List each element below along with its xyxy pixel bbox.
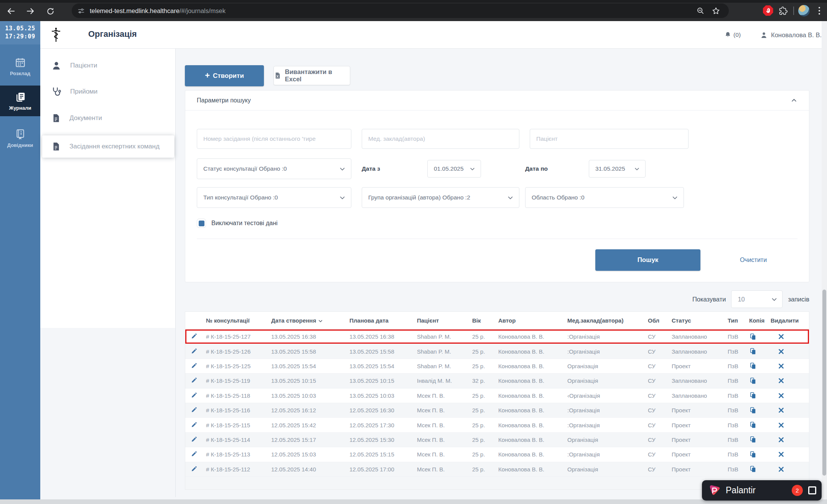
delete-x-icon[interactable] <box>778 407 784 413</box>
user-menu[interactable]: Коновалова В. В. <box>760 31 822 39</box>
session-number-input[interactable] <box>197 129 351 149</box>
delete-x-icon[interactable] <box>778 466 784 472</box>
delete-x-icon[interactable] <box>778 422 784 428</box>
edit-pencil-icon[interactable] <box>191 436 198 443</box>
cell-med-facility: Організація <box>565 436 646 443</box>
date-to-select[interactable]: 31.05.2025 <box>589 160 646 178</box>
table-row[interactable]: # К-18-15-25-125 13.05.2025 15:54 13.05.… <box>185 359 809 374</box>
url-bar[interactable]: telemed-test.medlink.healthcare/#/journa… <box>72 3 729 18</box>
table-row[interactable]: # К-18-15-25-119 13.05.2025 10:15 13.05.… <box>185 374 809 388</box>
create-button-label: Створити <box>213 72 244 80</box>
table-row[interactable]: # К-18-15-25-126 13.05.2025 15:58 13.05.… <box>185 344 809 359</box>
org-group-filter-select[interactable]: Група організацій (автора) Обрано :2 <box>362 187 519 208</box>
sidebar-item-patients[interactable]: Пацієнти <box>40 60 175 71</box>
sidebar-item-label: Документи <box>69 114 102 122</box>
cell-patient: Shaban P. M. <box>415 348 470 355</box>
table-row[interactable]: # К-18-15-25-114 12.05.2025 15:17 12.05.… <box>185 433 809 447</box>
adblock-extension-button[interactable] <box>760 3 776 18</box>
sidebar-item-documents[interactable]: Документи <box>40 113 175 124</box>
exclude-test-data-checkbox[interactable] <box>197 219 206 228</box>
browser-back-button[interactable] <box>5 5 17 17</box>
delete-x-icon[interactable] <box>778 334 784 339</box>
copy-icon[interactable] <box>749 348 757 355</box>
delete-x-icon[interactable] <box>778 378 784 384</box>
delete-x-icon[interactable] <box>778 349 784 354</box>
checkbox-checked-fill <box>199 221 204 226</box>
copy-icon[interactable] <box>749 377 757 385</box>
profile-avatar-button[interactable] <box>796 3 812 18</box>
rail-item-schedule[interactable]: Розклад <box>0 51 40 81</box>
cell-author: Коновалова В. В. <box>496 451 565 458</box>
palantir-widget[interactable]: Palantir 2 <box>702 480 822 501</box>
header-created-date[interactable]: Дата створення <box>269 317 347 324</box>
horizontal-scrollbar[interactable] <box>0 499 827 504</box>
edit-pencil-icon[interactable] <box>191 377 198 384</box>
consultation-type-filter-select[interactable]: Тип консультації Обрано :0 <box>197 187 351 208</box>
edit-pencil-icon[interactable] <box>191 422 198 429</box>
region-filter-select[interactable]: Область Обрано :0 <box>525 187 684 208</box>
copy-icon[interactable] <box>749 333 757 341</box>
edit-pencil-icon[interactable] <box>191 451 198 458</box>
table-row[interactable]: # К-18-15-25-112 12.05.2025 14:40 12.05.… <box>185 462 809 477</box>
edit-pencil-icon[interactable] <box>191 333 198 340</box>
org-group-filter-value: Група організацій (автора) Обрано :2 <box>368 194 470 201</box>
bookmark-star-button[interactable] <box>708 3 723 18</box>
copy-icon[interactable] <box>749 451 757 458</box>
browser-menu-button[interactable] <box>812 3 827 18</box>
delete-x-icon[interactable] <box>778 363 784 369</box>
cell-region: СУ <box>646 363 669 369</box>
browser-reload-button[interactable] <box>44 5 56 17</box>
search-button[interactable]: Пошук <box>595 249 700 271</box>
table-row[interactable]: # К-18-15-25-115 12.05.2025 15:42 12.05.… <box>185 418 809 432</box>
date-from-value: 01.05.2025 <box>434 165 464 172</box>
cell-planned-date: 12.05.2025 15:15 <box>347 451 415 458</box>
create-button[interactable]: + Створити <box>185 65 264 86</box>
scrollbar-thumb[interactable] <box>822 290 826 476</box>
copy-icon[interactable] <box>749 436 757 443</box>
copy-icon[interactable] <box>749 362 757 370</box>
patient-input[interactable] <box>530 129 689 149</box>
copy-icon[interactable] <box>749 407 757 414</box>
edit-pencil-icon[interactable] <box>191 392 198 399</box>
copy-icon[interactable] <box>749 465 757 473</box>
cell-med-facility: Організація <box>565 466 646 473</box>
page-size-row: Показувати 10 записів <box>185 290 809 308</box>
vertical-scrollbar[interactable] <box>822 21 827 499</box>
notifications-button[interactable]: (0) <box>724 31 741 39</box>
table-row[interactable]: # К-18-15-25-116 12.05.2025 16:12 12.05.… <box>185 403 809 418</box>
rail-item-journals[interactable]: Журнали <box>0 86 40 116</box>
edit-pencil-icon[interactable] <box>191 348 198 355</box>
cell-age: 25 р. <box>470 392 496 399</box>
delete-x-icon[interactable] <box>778 437 784 443</box>
palantir-window-icon[interactable] <box>808 486 816 494</box>
clear-button[interactable]: Очистити <box>736 257 771 264</box>
page-size-select[interactable]: 10 <box>731 290 783 308</box>
cell-region: СУ <box>646 422 669 428</box>
table-row[interactable]: # К-18-15-25-113 12.05.2025 15:03 12.05.… <box>185 447 809 462</box>
zoom-out-button[interactable] <box>693 3 708 18</box>
export-excel-button[interactable]: Вивантажити в Excel <box>273 66 350 85</box>
status-filter-select[interactable]: Статус консультації Обрано :0 <box>197 158 351 179</box>
sidebar-item-expert-team-sessions[interactable]: Засідання експертних команд <box>42 135 174 158</box>
delete-x-icon[interactable] <box>778 393 784 399</box>
collapse-chevron-up-icon[interactable] <box>791 97 797 104</box>
cell-planned-date: 13.05.2025 16:38 <box>347 333 415 340</box>
browser-forward-button[interactable] <box>25 5 36 17</box>
site-info-icon[interactable] <box>77 7 85 15</box>
table-row[interactable]: # К-18-15-25-127 13.05.2025 16:38 13.05.… <box>185 329 809 344</box>
copy-icon[interactable] <box>749 421 757 429</box>
extensions-button[interactable] <box>776 3 791 18</box>
forward-arrow-icon <box>26 7 35 16</box>
edit-pencil-icon[interactable] <box>191 407 198 414</box>
cell-age: 25 р. <box>470 436 496 443</box>
med-facility-input[interactable] <box>362 129 519 149</box>
edit-pencil-icon[interactable] <box>191 362 198 370</box>
rail-item-directories[interactable]: Довідники <box>0 123 40 153</box>
edit-pencil-icon[interactable] <box>191 466 198 473</box>
delete-x-icon[interactable] <box>778 451 784 457</box>
date-from-select[interactable]: 01.05.2025 <box>427 160 481 178</box>
sidebar-item-appointments[interactable]: Прийоми <box>40 86 175 97</box>
copy-icon[interactable] <box>749 392 757 399</box>
caduceus-logo-icon <box>48 27 64 43</box>
table-row[interactable]: # К-18-15-25-118 13.05.2025 10:03 13.05.… <box>185 389 809 403</box>
